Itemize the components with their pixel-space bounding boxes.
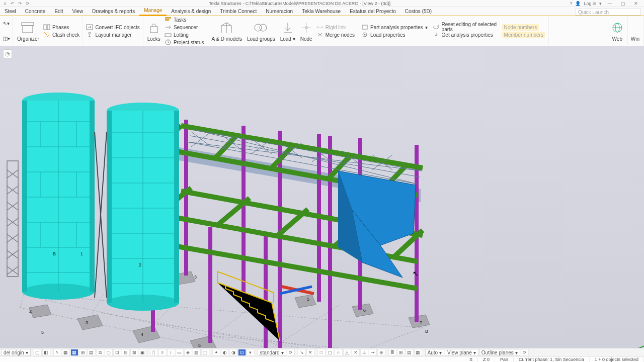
mouse-cursor: ↖ xyxy=(413,269,419,278)
locks-button[interactable]: Locks xyxy=(146,17,162,45)
tab-numeracion[interactable]: Numeracion xyxy=(261,7,297,16)
model-viewport[interactable]: ◔ xyxy=(0,46,644,348)
load-properties-button[interactable]: Load properties xyxy=(361,31,428,38)
tasks-button[interactable]: Tasks xyxy=(165,16,204,23)
maximize-button[interactable]: ▢ xyxy=(618,1,628,6)
menu-icon[interactable]: ≡ xyxy=(2,1,8,6)
part-analysis-button[interactable]: Part analysis properties ▾ xyxy=(361,24,428,31)
login-link[interactable]: Log in xyxy=(584,1,596,6)
tb-20[interactable]: ✦ xyxy=(212,349,220,356)
tb-4[interactable]: ▦ xyxy=(70,349,78,356)
tb-3[interactable]: ▦ xyxy=(62,349,70,356)
tab-costos[interactable]: Costos (5D) xyxy=(400,7,436,16)
outline-planes-dropdown[interactable]: Outline planes ▾ xyxy=(479,349,520,356)
tb-v1[interactable]: ≣ xyxy=(388,349,396,356)
merge-nodes-button[interactable]: Merge nodes xyxy=(316,31,355,38)
node-numbers-button[interactable]: Node numbers xyxy=(502,24,545,31)
representation-dropdown[interactable]: standard ▾ xyxy=(258,349,286,356)
web-button[interactable]: Web xyxy=(610,17,624,45)
tb-5[interactable]: ⊞ xyxy=(79,349,87,356)
tb-s3[interactable]: ○ xyxy=(335,349,343,356)
tb-12[interactable]: ▣ xyxy=(139,349,147,356)
tb-13[interactable]: ⌷ xyxy=(150,349,158,356)
select-tool-icon[interactable]: ◫▾ xyxy=(3,36,10,41)
convert-ifc-button[interactable]: Convert IFC objects xyxy=(86,24,139,31)
tb-s4[interactable]: △ xyxy=(343,349,351,356)
svg-marker-21 xyxy=(29,305,51,318)
tb-6[interactable]: ▤ xyxy=(88,349,96,356)
tab-manage[interactable]: Manage xyxy=(139,6,167,16)
tab-trimble[interactable]: Trimble Connect xyxy=(215,7,261,16)
organizer-button[interactable]: Organizer xyxy=(16,17,40,45)
tb-s1[interactable]: □ xyxy=(317,349,326,356)
tab-warehouse[interactable]: Tekla Warehouse xyxy=(297,7,345,16)
tb-11[interactable]: ⊠ xyxy=(130,349,138,356)
load-button[interactable]: Load ▾ xyxy=(279,17,296,45)
tb-19[interactable]: ⬚ xyxy=(201,349,209,356)
tb-end[interactable]: ⟳ xyxy=(521,349,529,356)
tb-s7[interactable]: ⇥ xyxy=(369,349,377,356)
help-icon[interactable]: ? xyxy=(570,1,572,6)
tb-s6[interactable]: ⊥ xyxy=(360,349,368,356)
tb-1[interactable]: ▢ xyxy=(34,349,42,356)
tb-s8[interactable]: ⊕ xyxy=(377,349,385,356)
tb-21[interactable]: ◐ xyxy=(221,349,229,356)
tb-9[interactable]: ⊡ xyxy=(113,349,121,356)
redo-icon[interactable]: ↷ xyxy=(17,1,23,6)
get-analysis-button[interactable]: Get analysis properties xyxy=(433,31,497,38)
tb-arrow[interactable]: ↖ xyxy=(53,349,61,356)
tb-2[interactable]: ◧ xyxy=(42,349,50,356)
sequencer-button[interactable]: Sequencer xyxy=(165,24,204,31)
tb-18[interactable]: ▥ xyxy=(193,349,201,356)
tb-25[interactable]: ⟳ xyxy=(287,349,295,356)
history-icon[interactable]: ⟳ xyxy=(25,1,31,6)
member-numbers-button[interactable]: Member numbers xyxy=(502,31,545,38)
tb-v3[interactable]: ▤ xyxy=(406,349,414,356)
lock-icon xyxy=(148,20,160,35)
arrow-tool-icon[interactable]: ↖▾ xyxy=(3,21,10,26)
tb-22[interactable]: ◑ xyxy=(229,349,237,356)
tb-8[interactable]: ◌ xyxy=(105,349,113,356)
tab-drawings[interactable]: Drawings & reports xyxy=(88,7,139,16)
clash-check-button[interactable]: Clash check xyxy=(43,31,79,38)
close-button[interactable]: ✕ xyxy=(631,1,641,6)
grid-label: 3 xyxy=(194,275,197,280)
tb-14[interactable]: ≡ xyxy=(158,349,167,356)
tb-16[interactable]: ▭ xyxy=(176,349,184,356)
tb-24[interactable]: ▾ xyxy=(247,349,255,356)
user-icon[interactable]: 👤 xyxy=(575,1,581,6)
window-button[interactable]: Win xyxy=(627,17,640,45)
tb-15[interactable]: ↕ xyxy=(167,349,175,356)
tb-v4[interactable]: ▦ xyxy=(414,349,422,356)
view-plane-dropdown[interactable]: View plane ▾ xyxy=(445,349,478,356)
tb-7[interactable]: ⧉ xyxy=(96,349,104,356)
tb-17[interactable]: ◈ xyxy=(184,349,192,356)
tb-s5[interactable]: ✕ xyxy=(352,349,360,356)
tb-snap2[interactable]: ✕ xyxy=(306,349,314,356)
tb-snap1[interactable]: ↘ xyxy=(298,349,306,356)
model-origin-dropdown[interactable]: del origin ▾ xyxy=(1,349,31,356)
load-groups-button[interactable]: Load groups xyxy=(246,17,276,45)
tab-analysis[interactable]: Analysis & design xyxy=(167,7,215,16)
tab-edit[interactable]: Edit xyxy=(50,7,67,16)
tb-23[interactable]: ⊡ xyxy=(238,349,246,356)
reset-editing-button[interactable]: Reset editing of selected parts xyxy=(433,24,497,31)
tab-estatus[interactable]: Estatus del Proyecto xyxy=(345,7,400,16)
layout-manager-button[interactable]: Layout manager xyxy=(86,31,139,38)
tb-s2[interactable]: ◻ xyxy=(326,349,334,356)
ad-models-button[interactable]: A & D models xyxy=(210,17,243,45)
tab-concrete[interactable]: Concrete xyxy=(21,7,50,16)
ribbon: ↖▾ ◫▾ Organizer Phases Clash check xyxy=(0,16,644,46)
tab-view[interactable]: View xyxy=(68,7,88,16)
undo-icon[interactable]: ↶ xyxy=(10,1,16,6)
phases-button[interactable]: Phases xyxy=(43,24,79,31)
lotting-button[interactable]: Lotting xyxy=(165,31,204,38)
project-status-button[interactable]: Project status xyxy=(165,39,204,46)
auto-dropdown[interactable]: Auto ▾ xyxy=(425,349,445,356)
tab-steel[interactable]: Steel xyxy=(0,7,21,16)
tb-10[interactable]: ⊟ xyxy=(122,349,130,356)
minimize-button[interactable]: — xyxy=(605,1,615,6)
tb-v2[interactable]: ⊞ xyxy=(397,349,405,356)
chevron-down-icon[interactable]: ▾ xyxy=(599,1,602,6)
quick-launch-input[interactable]: Quick Launch xyxy=(576,9,641,16)
